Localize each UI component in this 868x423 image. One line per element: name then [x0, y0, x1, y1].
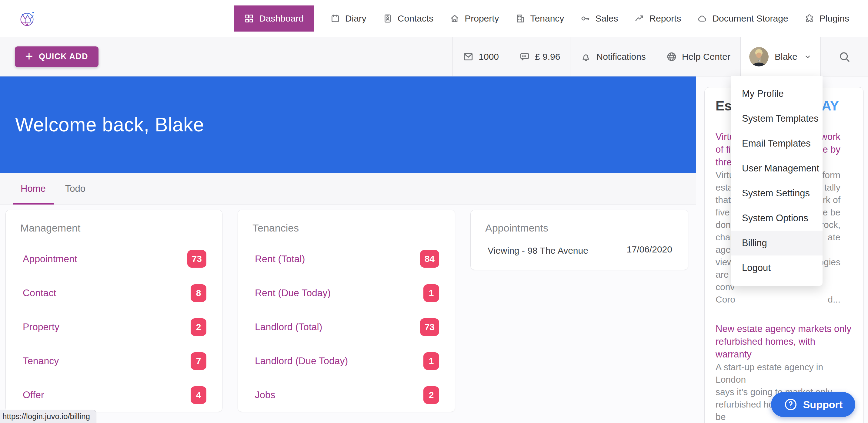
dashboard-tabs: Home Todo [0, 173, 696, 205]
mail-counter[interactable]: 1000 [453, 37, 509, 76]
question-circle-icon [784, 397, 798, 412]
puzzle-icon [805, 13, 814, 23]
count-badge: 73 [420, 318, 439, 336]
count-badge: 8 [191, 284, 207, 302]
tenancies-row-rent-total[interactable]: Rent (Total) 84 [238, 242, 455, 276]
quick-add-label: QUICK ADD [39, 52, 88, 61]
app-header: Dashboard Diary Contacts Property Tenanc… [0, 0, 868, 37]
management-card: Management Appointment 73 Contact 8 Prop… [5, 210, 222, 412]
menu-item-logout[interactable]: Logout [731, 255, 823, 280]
plus-icon: + [25, 50, 33, 63]
count-badge: 4 [191, 386, 207, 404]
nav-label: Reports [649, 13, 681, 24]
menu-item-my-profile[interactable]: My Profile [731, 81, 823, 106]
nav-label: Plugins [819, 13, 849, 24]
appointment-date: 17/06/2020 [627, 244, 672, 255]
user-name: Blake [775, 52, 797, 62]
bell-icon [580, 51, 591, 62]
notifications-button[interactable]: Notifications [570, 37, 655, 76]
count-badge: 2 [191, 318, 207, 336]
contact-card-icon [383, 13, 393, 23]
support-label: Support [803, 399, 842, 411]
cloud-icon [698, 13, 707, 23]
welcome-banner: Welcome back, Blake [0, 77, 696, 173]
key-icon [580, 13, 590, 23]
count-badge: 1 [424, 284, 439, 302]
building-icon [516, 13, 525, 23]
card-title: Management [6, 210, 222, 242]
count-badge: 84 [420, 250, 439, 267]
nav-item-property[interactable]: Property [450, 13, 499, 24]
tenancies-row-landlord-due[interactable]: Landlord (Due Today) 1 [238, 344, 455, 378]
toolbar-right-group: 1000 £ 9.96 Notifications Help Center [453, 37, 868, 76]
tenancies-row-jobs[interactable]: Jobs 2 [238, 378, 455, 412]
appointment-row[interactable]: Viewing - 98 The Avenue 17/06/2020 [471, 242, 688, 270]
nav-item-diary[interactable]: Diary [330, 13, 366, 24]
nav-label: Document Storage [712, 13, 788, 24]
tenancies-card: Tenancies Rent (Total) 84 Rent (Due Toda… [238, 210, 455, 412]
nav-item-document-storage[interactable]: Document Storage [698, 13, 788, 24]
menu-item-system-templates[interactable]: System Templates [731, 106, 823, 131]
card-title: Tenancies [238, 210, 455, 242]
calendar-icon [330, 13, 340, 23]
search-icon [838, 51, 850, 63]
dashboard-grid-icon [244, 13, 254, 23]
menu-item-email-templates[interactable]: Email Templates [731, 131, 823, 156]
card-title: Appointments [471, 210, 688, 242]
trend-up-icon [634, 13, 644, 23]
globe-icon [666, 51, 677, 62]
management-row-contact[interactable]: Contact 8 [6, 276, 222, 310]
menu-item-system-settings[interactable]: System Settings [731, 181, 823, 206]
help-center-label: Help Center [682, 52, 731, 62]
nav-item-dashboard[interactable]: Dashboard [234, 5, 314, 32]
count-badge: 7 [191, 352, 207, 370]
chevron-down-icon [803, 53, 812, 61]
balance-amount: £ 9.96 [535, 52, 560, 62]
nav-item-contacts[interactable]: Contacts [383, 13, 433, 24]
juvo-logo-icon[interactable] [18, 9, 36, 28]
welcome-heading: Welcome back, Blake [15, 113, 204, 136]
house-icon [450, 13, 460, 23]
nav-label: Dashboard [259, 13, 304, 24]
management-row-appointment[interactable]: Appointment 73 [6, 242, 222, 276]
nav-label: Contacts [398, 13, 433, 24]
balance-counter[interactable]: £ 9.96 [509, 37, 570, 76]
envelope-icon [463, 51, 474, 62]
notifications-label: Notifications [596, 52, 646, 62]
menu-item-user-management[interactable]: User Management [731, 156, 823, 181]
management-row-offer[interactable]: Offer 4 [6, 378, 222, 412]
count-badge: 73 [187, 250, 207, 267]
nav-item-reports[interactable]: Reports [634, 13, 681, 24]
chat-bubble-icon [519, 51, 530, 62]
nav-item-plugins[interactable]: Plugins [805, 13, 849, 24]
help-center-button[interactable]: Help Center [656, 37, 740, 76]
search-button[interactable] [820, 37, 868, 76]
count-badge: 1 [424, 352, 439, 370]
nav-label: Tenancy [530, 13, 564, 24]
nav-label: Diary [345, 13, 366, 24]
quick-add-button[interactable]: + QUICK ADD [15, 47, 98, 67]
tenancies-row-landlord-total[interactable]: Landlord (Total) 73 [238, 310, 455, 344]
support-button[interactable]: Support [771, 392, 855, 417]
count-badge: 2 [424, 386, 439, 404]
tenancies-row-rent-due[interactable]: Rent (Due Today) 1 [238, 276, 455, 310]
user-dropdown-menu: My Profile System Templates Email Templa… [731, 76, 823, 286]
secondary-toolbar: + QUICK ADD 1000 £ 9.96 Notifications H [0, 37, 868, 77]
menu-item-system-options[interactable]: System Options [731, 206, 823, 231]
nav-label: Property [465, 13, 499, 24]
appointments-card: Appointments Viewing - 98 The Avenue 17/… [470, 210, 688, 270]
management-row-tenancy[interactable]: Tenancy 7 [6, 344, 222, 378]
nav-label: Sales [595, 13, 618, 24]
link-preview-statusbar: https://login.juvo.io/billing [0, 410, 96, 423]
nav-item-sales[interactable]: Sales [580, 13, 618, 24]
menu-item-billing[interactable]: Billing [731, 231, 823, 255]
mail-count: 1000 [478, 52, 499, 62]
tab-home[interactable]: Home [13, 183, 54, 204]
stat-cards-row: Management Appointment 73 Contact 8 Prop… [0, 205, 696, 412]
user-menu-button[interactable]: Blake [740, 37, 820, 76]
management-row-property[interactable]: Property 2 [6, 310, 222, 344]
tab-todo[interactable]: Todo [57, 183, 93, 204]
nav-item-tenancy[interactable]: Tenancy [516, 13, 564, 24]
main-nav: Dashboard Diary Contacts Property Tenanc… [234, 5, 868, 32]
avatar [749, 47, 769, 66]
